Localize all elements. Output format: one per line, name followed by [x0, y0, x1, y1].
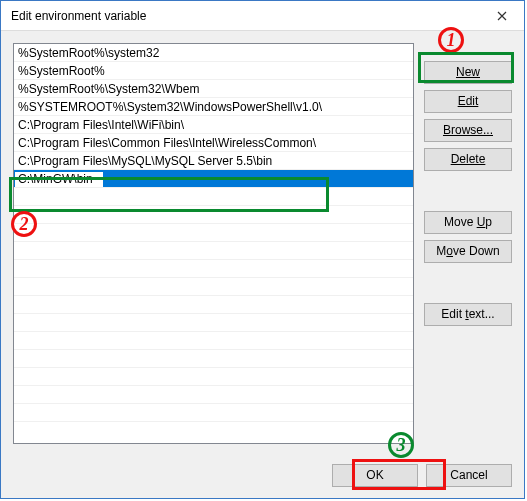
close-icon: [497, 11, 507, 21]
list-item[interactable]: [14, 314, 413, 332]
list-item[interactable]: [14, 368, 413, 386]
dialog-body: %SystemRoot%\system32 %SystemRoot% %Syst…: [1, 31, 524, 452]
list-item[interactable]: C:\Program Files\Intel\WiFi\bin\: [14, 116, 413, 134]
edit-text-button[interactable]: Edit text...Edit text...: [424, 303, 512, 326]
path-listbox[interactable]: %SystemRoot%\system32 %SystemRoot% %Syst…: [13, 43, 414, 444]
list-item[interactable]: %SystemRoot%\System32\Wbem: [14, 80, 413, 98]
edit-button[interactable]: Edit: [424, 90, 512, 113]
list-item[interactable]: [14, 404, 413, 422]
ok-button[interactable]: OK: [332, 464, 418, 487]
browse-button[interactable]: Browse...: [424, 119, 512, 142]
list-item[interactable]: [14, 296, 413, 314]
list-item[interactable]: %SYSTEMROOT%\System32\WindowsPowerShell\…: [14, 98, 413, 116]
list-item[interactable]: [14, 332, 413, 350]
button-sidebar: New Edit Browse... Delete Move Move UpUp…: [424, 43, 512, 444]
move-up-button[interactable]: Move Move UpUp: [424, 211, 512, 234]
list-item[interactable]: C:\Program Files\Common Files\Intel\Wire…: [14, 134, 413, 152]
inline-edit-input[interactable]: C:\MinGW\bin: [14, 171, 104, 188]
window-title: Edit environment variable: [11, 9, 146, 23]
list-item-editing[interactable]: C:\MinGW\bin: [14, 170, 413, 188]
list-item[interactable]: [14, 260, 413, 278]
close-button[interactable]: [479, 1, 524, 30]
titlebar: Edit environment variable: [1, 1, 524, 31]
list-item[interactable]: [14, 242, 413, 260]
list-item[interactable]: [14, 350, 413, 368]
dialog-window: Edit environment variable %SystemRoot%\s…: [0, 0, 525, 499]
delete-button[interactable]: Delete: [424, 148, 512, 171]
list-item[interactable]: %SystemRoot%: [14, 62, 413, 80]
move-down-button[interactable]: Move DownMove Down: [424, 240, 512, 263]
list-item[interactable]: [14, 188, 413, 206]
list-item[interactable]: [14, 224, 413, 242]
list-item[interactable]: [14, 278, 413, 296]
cancel-button[interactable]: Cancel: [426, 464, 512, 487]
dialog-footer: OK Cancel: [1, 452, 524, 498]
list-item[interactable]: [14, 386, 413, 404]
list-item[interactable]: [14, 206, 413, 224]
list-item[interactable]: C:\Program Files\MySQL\MySQL Server 5.5\…: [14, 152, 413, 170]
new-button[interactable]: New: [424, 61, 512, 84]
list-item[interactable]: %SystemRoot%\system32: [14, 44, 413, 62]
